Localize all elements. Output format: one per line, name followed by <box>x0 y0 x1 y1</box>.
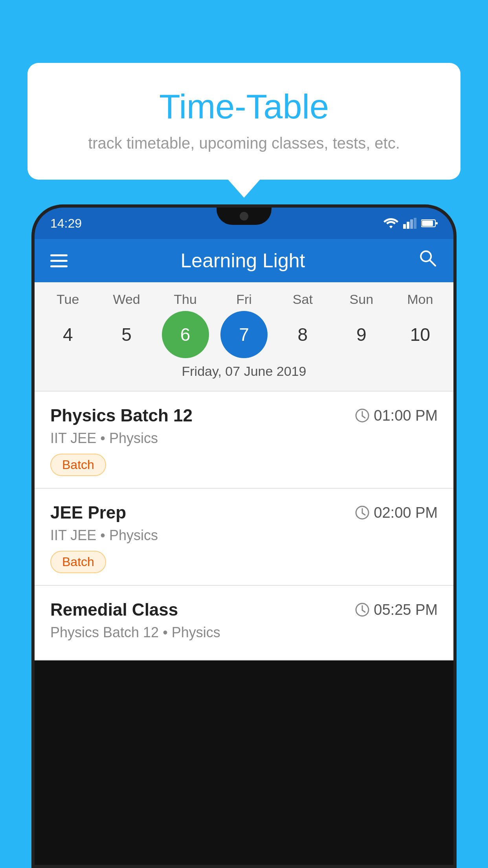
schedule-list: Physics Batch 12 01:00 PM IIT JEE • Phys… <box>35 392 453 660</box>
schedule-item-2-title: JEE Prep <box>50 503 126 522</box>
svg-rect-5 <box>422 221 433 226</box>
calendar-day-10[interactable]: 10 <box>396 311 444 358</box>
schedule-item-1-header: Physics Batch 12 01:00 PM <box>50 406 438 425</box>
status-bar: 14:29 <box>35 208 453 239</box>
svg-line-8 <box>430 260 435 266</box>
day-label-wed: Wed <box>103 292 150 307</box>
schedule-item-1-subtitle: IIT JEE • Physics <box>50 430 438 447</box>
svg-rect-2 <box>410 219 413 229</box>
calendar-day-7-selected[interactable]: 7 <box>220 311 268 358</box>
day-label-sun: Sun <box>338 292 385 307</box>
day-label-thu: Thu <box>162 292 209 307</box>
day-label-tue: Tue <box>44 292 92 307</box>
notch <box>216 208 272 225</box>
day-label-fri: Fri <box>220 292 268 307</box>
clock-icon-2 <box>355 505 370 520</box>
hamburger-menu-button[interactable] <box>50 254 68 267</box>
svg-line-11 <box>362 416 365 418</box>
schedule-item-2-badge: Batch <box>50 551 106 573</box>
day-label-sat: Sat <box>279 292 326 307</box>
calendar-strip: Tue Wed Thu Fri Sat Sun Mon 4 5 6 7 8 9 … <box>35 282 453 391</box>
selected-date-label: Friday, 07 June 2019 <box>35 358 453 387</box>
phone-frame: 14:29 <box>31 204 457 868</box>
app-bar: Learning Light <box>35 239 453 282</box>
schedule-item-3-time: 05:25 PM <box>355 601 438 618</box>
svg-rect-0 <box>403 224 406 229</box>
schedule-item-2-time: 02:00 PM <box>355 504 438 521</box>
clock-icon-3 <box>355 602 370 617</box>
schedule-item-3[interactable]: Remedial Class 05:25 PM Physics Batch 12… <box>35 586 453 660</box>
wifi-icon <box>383 218 398 229</box>
camera <box>240 212 248 221</box>
calendar-day-9[interactable]: 9 <box>338 311 385 358</box>
tooltip-title: Time-Table <box>59 86 429 127</box>
svg-line-14 <box>362 513 365 515</box>
status-icons <box>383 218 438 229</box>
battery-icon <box>421 219 438 228</box>
day-label-mon: Mon <box>396 292 444 307</box>
calendar-day-8[interactable]: 8 <box>279 311 326 358</box>
tooltip-card: Time-Table track timetable, upcoming cla… <box>28 63 460 180</box>
schedule-item-3-header: Remedial Class 05:25 PM <box>50 600 438 620</box>
calendar-day-6-today[interactable]: 6 <box>162 311 209 358</box>
app-title: Learning Light <box>79 249 406 272</box>
schedule-item-3-title: Remedial Class <box>50 600 178 620</box>
status-time: 14:29 <box>50 216 82 231</box>
svg-rect-1 <box>407 222 409 229</box>
day-labels: Tue Wed Thu Fri Sat Sun Mon <box>35 292 453 307</box>
calendar-day-5[interactable]: 5 <box>103 311 150 358</box>
schedule-item-2[interactable]: JEE Prep 02:00 PM IIT JEE • Physics Batc… <box>35 489 453 586</box>
clock-icon <box>355 408 370 423</box>
svg-rect-3 <box>414 218 416 229</box>
tooltip-subtitle: track timetable, upcoming classes, tests… <box>59 134 429 152</box>
schedule-item-2-subtitle: IIT JEE • Physics <box>50 527 438 544</box>
calendar-day-4[interactable]: 4 <box>44 311 92 358</box>
schedule-item-1-time: 01:00 PM <box>355 407 438 424</box>
schedule-item-3-subtitle: Physics Batch 12 • Physics <box>50 624 438 641</box>
schedule-item-1-badge: Batch <box>50 454 106 476</box>
signal-icon <box>403 218 416 229</box>
schedule-item-1[interactable]: Physics Batch 12 01:00 PM IIT JEE • Phys… <box>35 392 453 489</box>
schedule-item-2-header: JEE Prep 02:00 PM <box>50 503 438 522</box>
svg-rect-6 <box>436 222 438 224</box>
svg-line-17 <box>362 610 365 612</box>
search-button[interactable] <box>418 248 438 273</box>
schedule-item-1-title: Physics Batch 12 <box>50 406 193 425</box>
day-numbers: 4 5 6 7 8 9 10 <box>35 311 453 358</box>
